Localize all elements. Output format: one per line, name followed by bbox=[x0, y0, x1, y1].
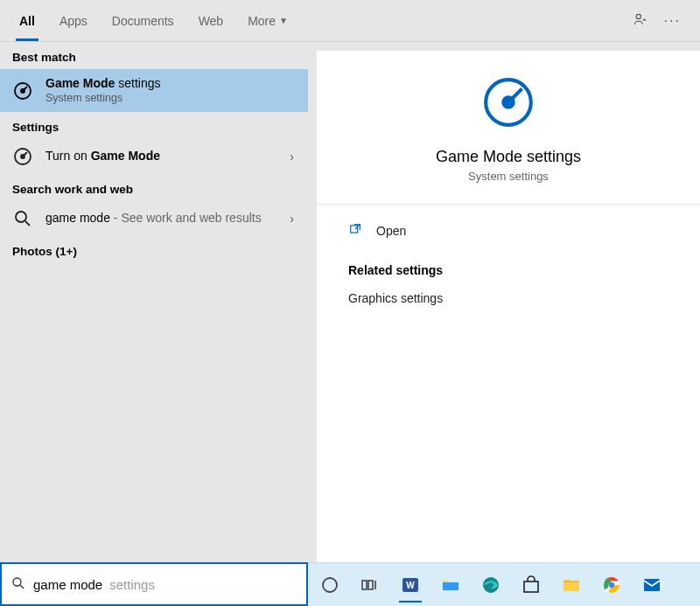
open-icon bbox=[348, 222, 362, 239]
account-icon[interactable] bbox=[633, 11, 648, 30]
svg-rect-12 bbox=[368, 581, 373, 589]
svg-rect-15 bbox=[443, 582, 458, 590]
svg-point-0 bbox=[636, 14, 640, 18]
related-settings-header: Related settings bbox=[348, 263, 668, 277]
result-bold: Game Mode bbox=[91, 149, 160, 163]
tab-label: Documents bbox=[112, 14, 174, 28]
result-web-game-mode[interactable]: game mode - See work and web results › bbox=[0, 201, 308, 236]
section-settings: Settings bbox=[0, 112, 308, 139]
search-typed-text: game mode bbox=[33, 577, 102, 592]
tab-documents[interactable]: Documents bbox=[100, 0, 186, 41]
preview-panel: Game Mode settings System settings Open … bbox=[317, 51, 700, 562]
section-photos: Photos (1+) bbox=[0, 236, 308, 263]
tab-all[interactable]: All bbox=[7, 0, 47, 41]
tab-web[interactable]: Web bbox=[186, 0, 236, 41]
results-panel: Best match Game Mode settings System set… bbox=[0, 42, 308, 562]
result-turn-on-game-mode[interactable]: Turn on Game Mode › bbox=[0, 139, 308, 174]
svg-point-19 bbox=[609, 582, 615, 588]
gauge-icon bbox=[481, 75, 536, 132]
svg-rect-8 bbox=[351, 226, 358, 233]
search-filter-tabs: All Apps Documents Web More▼ ··· bbox=[0, 0, 700, 42]
svg-rect-20 bbox=[644, 579, 660, 591]
svg-point-5 bbox=[16, 212, 26, 222]
search-icon bbox=[10, 575, 26, 594]
taskbar-cortana-icon[interactable] bbox=[313, 568, 346, 603]
taskbar-mail-icon[interactable] bbox=[635, 568, 668, 603]
chevron-right-icon: › bbox=[290, 212, 296, 226]
result-title-rest: settings bbox=[115, 76, 160, 90]
taskbar-task-view-icon[interactable] bbox=[354, 568, 387, 603]
related-graphics-settings[interactable]: Graphics settings bbox=[348, 288, 668, 309]
web-term: game mode bbox=[46, 211, 110, 225]
taskbar-file-explorer2-icon[interactable] bbox=[555, 568, 588, 603]
preview-title: Game Mode settings bbox=[436, 148, 581, 166]
taskbar-store-icon[interactable] bbox=[514, 568, 548, 603]
gauge-icon bbox=[12, 80, 33, 101]
section-best-match: Best match bbox=[0, 42, 308, 69]
result-game-mode-settings[interactable]: Game Mode settings System settings bbox=[0, 69, 308, 112]
tab-label: Web bbox=[199, 14, 224, 28]
svg-point-10 bbox=[323, 578, 337, 592]
tab-more[interactable]: More▼ bbox=[235, 0, 300, 41]
taskbar-word-icon[interactable]: W bbox=[394, 568, 427, 603]
web-suffix: - See work and web results bbox=[110, 211, 262, 225]
chevron-right-icon: › bbox=[290, 150, 296, 164]
gauge-icon bbox=[12, 146, 33, 167]
search-icon bbox=[12, 208, 33, 229]
svg-point-9 bbox=[13, 578, 21, 586]
svg-rect-17 bbox=[524, 582, 538, 592]
search-input[interactable]: game mode settings bbox=[0, 562, 308, 606]
taskbar: W bbox=[308, 562, 700, 606]
taskbar-edge-icon[interactable] bbox=[474, 568, 508, 603]
tab-label: All bbox=[19, 14, 35, 28]
tab-label: More bbox=[248, 14, 276, 28]
chevron-down-icon: ▼ bbox=[279, 16, 288, 25]
taskbar-file-explorer-icon[interactable] bbox=[434, 568, 467, 603]
open-label: Open bbox=[376, 224, 406, 238]
more-options-icon[interactable]: ··· bbox=[664, 13, 681, 29]
section-search-web: Search work and web bbox=[0, 174, 308, 201]
tab-apps[interactable]: Apps bbox=[47, 0, 100, 41]
preview-subtitle: System settings bbox=[468, 170, 549, 183]
open-action[interactable]: Open bbox=[317, 205, 700, 256]
taskbar-chrome-icon[interactable] bbox=[595, 568, 628, 603]
search-autocomplete-hint: settings bbox=[109, 577, 155, 592]
result-prefix: Turn on bbox=[46, 149, 91, 163]
svg-text:W: W bbox=[406, 581, 415, 590]
tab-label: Apps bbox=[60, 14, 88, 28]
svg-rect-11 bbox=[362, 581, 367, 589]
result-subtitle: System settings bbox=[46, 92, 296, 106]
result-title-bold: Game Mode bbox=[46, 76, 115, 90]
